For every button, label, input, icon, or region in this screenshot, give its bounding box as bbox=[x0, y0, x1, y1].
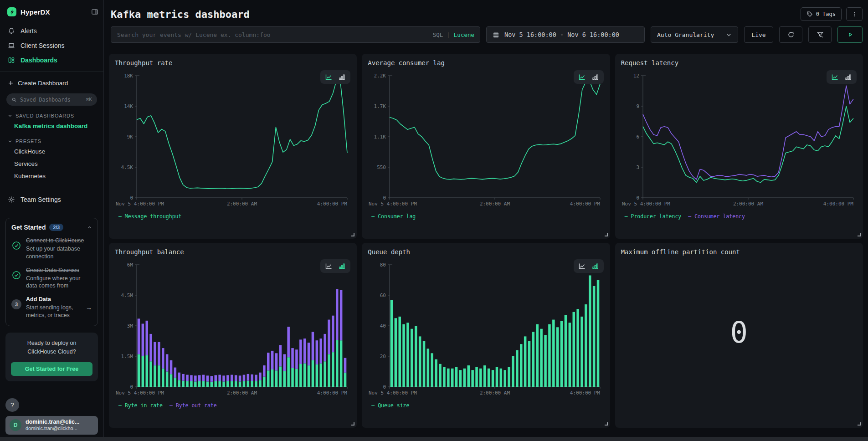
legend-item[interactable]: — Queue size bbox=[371, 402, 409, 409]
svg-text:2:00:00 AM: 2:00:00 AM bbox=[227, 390, 257, 396]
line-chart-toggle[interactable] bbox=[578, 262, 586, 270]
window-bottom-strip bbox=[0, 437, 868, 441]
resize-handle[interactable] bbox=[858, 422, 861, 426]
help-button[interactable]: ? bbox=[5, 398, 19, 412]
step-description: Configure where your data comes from bbox=[26, 275, 92, 290]
panel-title: Maximum offline partition count bbox=[621, 248, 857, 256]
svg-text:3M: 3M bbox=[127, 323, 134, 329]
calendar-icon bbox=[493, 31, 499, 38]
play-icon bbox=[847, 31, 853, 38]
tags-button[interactable]: 0 Tags bbox=[801, 7, 842, 21]
query-language-toggle: SQL | Lucene bbox=[433, 26, 474, 43]
saved-dashboards-search-input[interactable] bbox=[20, 97, 83, 103]
filter-button[interactable] bbox=[808, 26, 832, 43]
line-chart-toggle[interactable] bbox=[831, 73, 839, 81]
chart-canvas-avg-consumer-lag[interactable]: 05501.1K1.7K2.2KNov 5 4:00:00 PM2:00:00 … bbox=[368, 70, 604, 210]
get-started-free-button[interactable]: Get Started for Free bbox=[11, 362, 92, 376]
chart-type-toggle bbox=[574, 70, 604, 84]
user-menu[interactable]: D dominic.tran@clic... dominic.tran@clic… bbox=[5, 416, 98, 435]
bell-icon bbox=[8, 27, 15, 35]
svg-text:Nov 5 4:00:00 PM: Nov 5 4:00:00 PM bbox=[369, 201, 417, 207]
line-chart-toggle[interactable] bbox=[325, 73, 333, 81]
user-email: dominic.tran@clickho... bbox=[26, 426, 79, 432]
chevron-down-icon bbox=[726, 32, 732, 38]
get-started-step[interactable]: 3Add DataStart sending logs, metrics, or… bbox=[11, 296, 92, 319]
preset-link-clickhouse[interactable]: ClickHouse bbox=[0, 145, 103, 158]
saved-dashboard-link[interactable]: Kafka metrics dashboard bbox=[0, 120, 103, 132]
sql-toggle[interactable]: SQL bbox=[433, 31, 443, 38]
sidebar-collapse-icon[interactable] bbox=[91, 8, 98, 15]
presets-section-label: PRESETS bbox=[15, 138, 41, 144]
bar-chart-toggle[interactable] bbox=[844, 73, 852, 81]
resize-handle[interactable] bbox=[351, 422, 354, 426]
sidebar-item-team-settings[interactable]: Team Settings bbox=[0, 192, 103, 207]
chart-canvas-queue-depth[interactable]: 020406080Nov 5 4:00:00 PM2:00:00 AM4:00:… bbox=[368, 259, 604, 399]
titlebar: Kafka metrics dashboard 0 Tags bbox=[104, 0, 868, 21]
resize-handle[interactable] bbox=[605, 422, 608, 426]
legend-item[interactable]: — Message throughput bbox=[118, 213, 181, 220]
lucene-toggle[interactable]: Lucene bbox=[454, 31, 474, 38]
bar-chart-toggle[interactable] bbox=[338, 73, 346, 81]
chart-canvas-throughput-rate[interactable]: 04.5K9K14K18KNov 5 4:00:00 PM2:00:00 AM4… bbox=[115, 70, 351, 210]
chart-type-toggle bbox=[320, 259, 350, 273]
granularity-select[interactable]: Auto Granularity bbox=[651, 26, 738, 43]
sidebar-item-dashboards[interactable]: Dashboards bbox=[0, 53, 103, 67]
chevron-up-icon[interactable] bbox=[87, 225, 92, 230]
gear-icon bbox=[8, 196, 15, 203]
create-dashboard-button[interactable]: Create Dashboard bbox=[0, 72, 103, 89]
legend-item[interactable]: — Byte out rate bbox=[169, 402, 217, 409]
sidebar-item-label: Alerts bbox=[21, 27, 37, 35]
more-actions-button[interactable] bbox=[846, 7, 863, 21]
get-started-step[interactable]: Create Data SourcesConfigure where your … bbox=[11, 267, 92, 290]
language-divider: | bbox=[447, 31, 450, 38]
chart-canvas-request-latency[interactable]: 036912Nov 5 4:00:00 PM2:00:00 AM4:00:00 … bbox=[621, 70, 857, 210]
sidebar-item-label: Client Sessions bbox=[21, 42, 65, 49]
hyperdx-logo-icon bbox=[7, 7, 16, 16]
svg-text:0: 0 bbox=[130, 384, 133, 390]
resize-handle[interactable] bbox=[605, 233, 608, 236]
step-title: Add Data bbox=[26, 296, 81, 303]
svg-text:2:00:00 AM: 2:00:00 AM bbox=[480, 390, 510, 396]
legend-item[interactable]: — Consumer latency bbox=[688, 213, 745, 220]
event-search-input[interactable] bbox=[111, 26, 480, 43]
create-dashboard-label: Create Dashboard bbox=[18, 80, 68, 87]
svg-text:1.1K: 1.1K bbox=[374, 134, 386, 140]
svg-text:4:00:00 PM: 4:00:00 PM bbox=[570, 390, 601, 396]
saved-dashboards-section[interactable]: SAVED DASHBOARDS bbox=[0, 107, 103, 120]
run-query-button[interactable] bbox=[837, 26, 863, 43]
line-chart-toggle[interactable] bbox=[578, 73, 586, 81]
date-range-picker[interactable]: Nov 5 16:00:00 - Nov 6 16:00:00 bbox=[486, 26, 645, 43]
bar-chart-toggle[interactable] bbox=[591, 73, 599, 81]
bar-chart-toggle[interactable] bbox=[338, 262, 346, 270]
svg-text:4:00:00 PM: 4:00:00 PM bbox=[317, 201, 348, 207]
presets-section[interactable]: PRESETS bbox=[0, 132, 103, 145]
refresh-button[interactable] bbox=[779, 26, 802, 43]
get-started-step[interactable]: Connect to ClickHouseSet up your databas… bbox=[11, 237, 92, 261]
plus-icon bbox=[8, 80, 14, 86]
legend-item[interactable]: — Consumer lag bbox=[371, 213, 416, 220]
panel-throughput-balance: Throughput balance01.5M3M4.5M6MNov 5 4:0… bbox=[109, 243, 357, 428]
sidebar-item-label: Dashboards bbox=[21, 56, 57, 64]
saved-dashboards-search[interactable]: ⌘K bbox=[6, 93, 97, 106]
svg-text:0: 0 bbox=[636, 195, 639, 201]
chart-type-toggle bbox=[574, 259, 604, 273]
svg-text:80: 80 bbox=[380, 262, 386, 268]
svg-text:Nov 5 4:00:00 PM: Nov 5 4:00:00 PM bbox=[116, 390, 164, 396]
dashboard-grid: Throughput rate04.5K9K14K18KNov 5 4:00:0… bbox=[104, 54, 868, 428]
line-chart-toggle[interactable] bbox=[325, 262, 333, 270]
resize-handle[interactable] bbox=[351, 233, 354, 236]
sidebar-item-client-sessions[interactable]: Client Sessions bbox=[0, 38, 103, 53]
team-settings-label: Team Settings bbox=[21, 196, 61, 203]
bar-chart-toggle[interactable] bbox=[591, 262, 599, 270]
chart-canvas-throughput-balance[interactable]: 01.5M3M4.5M6MNov 5 4:00:00 PM2:00:00 AM4… bbox=[115, 259, 351, 399]
preset-link-kubernetes[interactable]: Kubernetes bbox=[0, 170, 103, 182]
svg-text:14K: 14K bbox=[124, 103, 133, 109]
filter-icon bbox=[817, 31, 824, 38]
legend-item[interactable]: — Producer latency bbox=[625, 213, 682, 220]
sidebar-item-alerts[interactable]: Alerts bbox=[0, 24, 103, 38]
live-button[interactable]: Live bbox=[744, 26, 773, 43]
svg-text:60: 60 bbox=[380, 292, 386, 298]
legend-item[interactable]: — Byte in rate bbox=[118, 402, 163, 409]
preset-link-services[interactable]: Services bbox=[0, 158, 103, 170]
resize-handle[interactable] bbox=[858, 233, 861, 236]
